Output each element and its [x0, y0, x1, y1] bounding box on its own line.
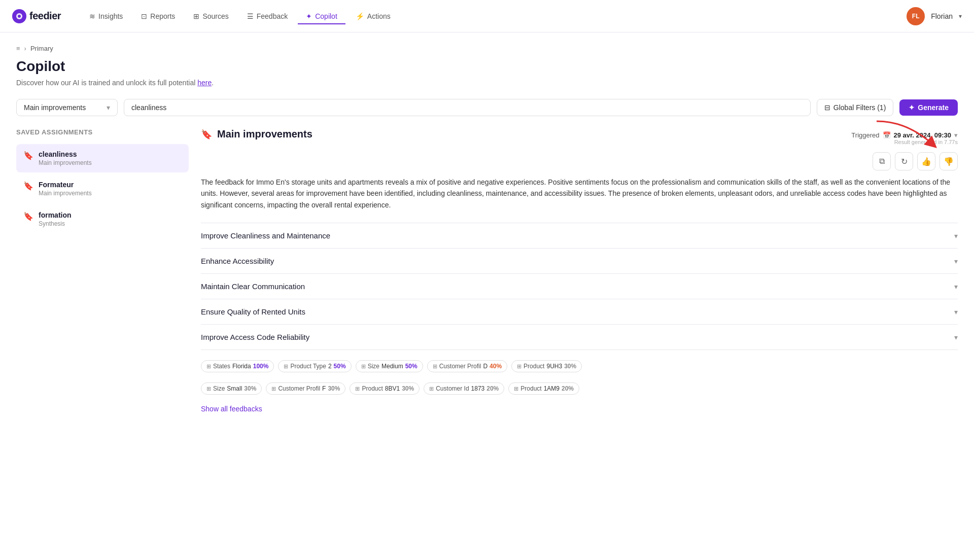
- content-wrapper: 🔖 Main improvements: [201, 128, 958, 413]
- dropdown-chevron-icon: ▾: [107, 103, 110, 112]
- svg-point-1: [18, 15, 21, 18]
- nav-copilot[interactable]: ✦ Copilot: [298, 8, 345, 24]
- tag-icon-customer-id: ⊞: [429, 386, 434, 392]
- tag-icon-customer-profil-f: ⊞: [271, 386, 276, 392]
- triggered-info: Triggered 📅 29 avr. 2024, 09:30 ▾ Result…: [851, 131, 958, 145]
- bookmark-icon-formation: 🔖: [23, 212, 33, 221]
- sidebar-item-formation[interactable]: 🔖 formation Synthesis: [16, 205, 189, 233]
- tag-icon-states: ⊞: [206, 363, 211, 370]
- sidebar-item-formateur[interactable]: 🔖 Formateur Main improvements: [16, 174, 189, 203]
- breadcrumb-icon: ≡: [16, 45, 20, 52]
- accordion-item-3[interactable]: Maintain Clear Communication ▾: [201, 273, 958, 299]
- accordion-item-2[interactable]: Enhance Accessibility ▾: [201, 248, 958, 273]
- tag-icon-product-9uh3: ⊞: [517, 363, 521, 370]
- generate-icon: ✦: [909, 103, 915, 112]
- thumbdown-button[interactable]: 👎: [940, 152, 958, 170]
- bookmark-icon-formateur: 🔖: [23, 181, 33, 191]
- sources-icon: ⊞: [193, 12, 199, 20]
- actions-icon: ⚡: [356, 12, 364, 20]
- reports-icon: ⊡: [141, 12, 147, 20]
- tag-icon-size-small: ⊞: [206, 386, 211, 392]
- logo-icon: [12, 9, 26, 23]
- logo-text: feedier: [29, 10, 61, 22]
- breadcrumb: ≡ › Primary: [16, 45, 958, 52]
- content-area: 🔖 Main improvements: [201, 128, 958, 413]
- page: ≡ › Primary Copilot Discover how our AI …: [0, 32, 974, 425]
- sidebar-item-cleanliness[interactable]: 🔖 cleanliness Main improvements: [16, 144, 189, 172]
- nav-feedback[interactable]: ☰ Feedback: [239, 8, 296, 24]
- nav-sources[interactable]: ⊞ Sources: [185, 8, 236, 24]
- accordion: Improve Cleanliness and Maintenance ▾ En…: [201, 223, 958, 350]
- tag-size-small[interactable]: ⊞ Size Small 30%: [201, 382, 262, 395]
- page-title: Copilot: [16, 58, 958, 75]
- tag-product-1am9[interactable]: ⊞ Product 1AM9 20%: [508, 382, 579, 395]
- breadcrumb-primary: Primary: [30, 45, 53, 52]
- tags-row-2: ⊞ Size Small 30% ⊞ Customer Profil F 30%…: [201, 382, 958, 395]
- thumbup-button[interactable]: 👍: [917, 152, 935, 170]
- accordion-item-1[interactable]: Improve Cleanliness and Maintenance ▾: [201, 223, 958, 248]
- main-layout: Saved assignments 🔖 cleanliness Main imp…: [16, 128, 958, 413]
- breadcrumb-sep: ›: [24, 45, 26, 52]
- bookmark-icon-cleanliness: 🔖: [23, 151, 33, 160]
- accordion-chevron-4: ▾: [954, 308, 958, 316]
- copilot-icon: ✦: [306, 12, 312, 20]
- content-bookmark-icon: 🔖: [201, 129, 212, 140]
- filter-icon: ⊟: [824, 103, 830, 112]
- show-feedbacks-link[interactable]: Show all feedbacks: [201, 405, 262, 413]
- insights-icon: ≋: [89, 12, 95, 20]
- accordion-chevron-5: ▾: [954, 333, 958, 341]
- tag-product-8bv1[interactable]: ⊞ Product 8BV1 30%: [350, 382, 420, 395]
- tag-icon-product-type: ⊞: [284, 363, 288, 370]
- assignment-dropdown[interactable]: Main improvements ▾: [16, 99, 118, 116]
- user-name: Florian: [931, 12, 953, 20]
- tag-states[interactable]: ⊞ States Florida 100%: [201, 360, 274, 372]
- logo[interactable]: feedier: [12, 9, 61, 23]
- navbar: feedier ≋ Insights ⊡ Reports ⊞ Sources ☰…: [0, 0, 974, 32]
- accordion-item-5[interactable]: Improve Access Code Reliability ▾: [201, 324, 958, 350]
- nav-insights[interactable]: ≋ Insights: [81, 8, 131, 24]
- global-filters-button[interactable]: ⊟ Global Filters (1): [817, 99, 893, 116]
- tag-product-type[interactable]: ⊞ Product Type 2 50%: [278, 360, 351, 372]
- accordion-chevron-1: ▾: [954, 232, 958, 240]
- action-buttons: ⧉ ↻ 👍 👎: [201, 152, 958, 170]
- accordion-item-4[interactable]: Ensure Quality of Rented Units ▾: [201, 299, 958, 324]
- sidebar-title: Saved assignments: [16, 128, 189, 136]
- avatar: FL: [907, 7, 925, 25]
- search-input[interactable]: [124, 99, 811, 116]
- sidebar: Saved assignments 🔖 cleanliness Main imp…: [16, 128, 189, 413]
- tag-icon-product-8bv1: ⊞: [355, 386, 360, 392]
- nav-reports[interactable]: ⊡ Reports: [133, 8, 183, 24]
- content-title: Main improvements: [217, 128, 312, 140]
- feedback-icon: ☰: [247, 12, 254, 20]
- tag-customer-profil-d[interactable]: ⊞ Customer Profil D 40%: [427, 360, 507, 372]
- accordion-chevron-3: ▾: [954, 283, 958, 291]
- tag-icon-product-1am9: ⊞: [514, 386, 518, 392]
- accordion-chevron-2: ▾: [954, 257, 958, 265]
- nav-items: ≋ Insights ⊡ Reports ⊞ Sources ☰ Feedbac…: [81, 8, 907, 24]
- toolbar: Main improvements ▾ ⊟ Global Filters (1)…: [16, 99, 958, 116]
- tag-customer-id[interactable]: ⊞ Customer Id 1873 20%: [424, 382, 504, 395]
- nav-right: FL Florian ▾: [907, 7, 962, 25]
- tag-icon-size-medium: ⊞: [361, 363, 366, 370]
- tag-icon-customer-profil-d: ⊞: [433, 363, 437, 370]
- nav-actions[interactable]: ⚡ Actions: [347, 8, 399, 24]
- content-header: 🔖 Main improvements: [201, 128, 312, 140]
- tag-product-9uh3[interactable]: ⊞ Product 9UH3 30%: [511, 360, 582, 372]
- expand-icon[interactable]: ▾: [954, 131, 958, 139]
- copy-button[interactable]: ⧉: [873, 152, 891, 170]
- tags-row-1: ⊞ States Florida 100% ⊞ Product Type 2 5…: [201, 360, 958, 372]
- refresh-button[interactable]: ↻: [895, 152, 913, 170]
- generate-button[interactable]: ✦ Generate: [899, 99, 958, 116]
- tag-size-medium[interactable]: ⊞ Size Medium 50%: [356, 360, 423, 372]
- feedback-text: The feedback for Immo En's storage units…: [201, 177, 958, 211]
- tag-customer-profil-f[interactable]: ⊞ Customer Profil F 30%: [266, 382, 345, 395]
- user-chevron-icon[interactable]: ▾: [959, 13, 962, 20]
- page-description: Discover how our AI is trained and unloc…: [16, 79, 958, 87]
- page-link[interactable]: here: [197, 79, 212, 87]
